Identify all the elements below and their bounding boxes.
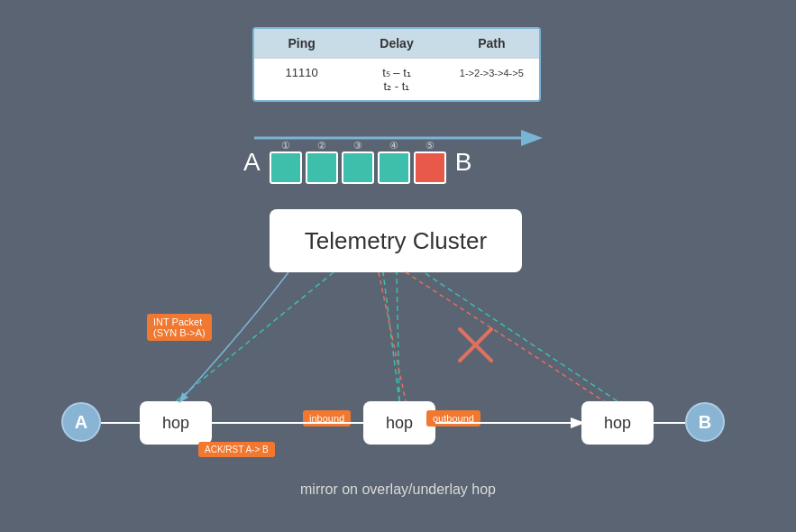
hop3-to-telemetry xyxy=(424,272,618,401)
node-b-label: B xyxy=(455,148,472,177)
hop-node-3: hop xyxy=(581,401,654,445)
telemetry-to-hop3-red xyxy=(406,272,604,401)
sq-wrap-5: ⑤ xyxy=(414,140,446,184)
int-packet-line1: INT Packet xyxy=(153,316,202,327)
sq-num-2: ② xyxy=(317,140,326,151)
hop-node-1: hop xyxy=(140,401,212,445)
node-a-label: A xyxy=(243,148,261,177)
node-squares: ① ② ③ ④ ⑤ xyxy=(270,140,446,184)
hop-node-2: hop xyxy=(363,401,435,445)
int-packet-line2: (SYN B->A) xyxy=(153,327,206,338)
int-packet-label: INT Packet (SYN B->A) xyxy=(147,314,212,341)
telemetry-to-hop2-red xyxy=(379,272,406,401)
sq-3 xyxy=(342,151,374,184)
x-mark-2 xyxy=(460,329,491,361)
circle-node-b: B xyxy=(685,402,725,442)
col-path: Path xyxy=(444,29,539,58)
sq-wrap-3: ③ xyxy=(342,140,374,184)
sq-wrap-4: ④ xyxy=(378,140,410,184)
x-mark-1 xyxy=(460,329,491,361)
node-row: A ① ② ③ ④ ⑤ B xyxy=(243,140,471,184)
cell-path: 1->2->3->4->5 xyxy=(444,59,539,100)
outbound-label: outbound xyxy=(426,410,480,427)
sq-5 xyxy=(414,151,446,184)
mirror-text: mirror on overlay/underlay hop xyxy=(0,482,796,498)
telemetry-cluster-title: Telemetry Cluster xyxy=(305,227,487,255)
hop2-to-telemetry-2 xyxy=(397,272,399,401)
sq-num-1: ① xyxy=(281,140,290,151)
telemetry-cluster-box: Telemetry Cluster xyxy=(270,209,522,272)
sq-4 xyxy=(378,151,410,184)
cell-delay: t₅ – t₁ t₂ - t₁ xyxy=(349,59,444,100)
table-header: Ping Delay Path xyxy=(254,29,539,58)
sq-num-4: ④ xyxy=(389,140,398,151)
table-row: 11110 t₅ – t₁ t₂ - t₁ 1->2->3->4->5 xyxy=(254,58,539,100)
sq-num-5: ⑤ xyxy=(425,140,435,151)
ping-table: Ping Delay Path 11110 t₅ – t₁ t₂ - t₁ 1-… xyxy=(252,27,541,102)
hop2-to-telemetry-1 xyxy=(383,272,399,401)
sq-2 xyxy=(306,151,338,184)
ack-rst-label: ACK/RST A-> B xyxy=(198,442,275,457)
cell-ping: 11110 xyxy=(254,59,349,100)
col-delay: Delay xyxy=(349,29,444,58)
sq-num-3: ③ xyxy=(353,140,362,151)
inbound-label: inbound xyxy=(303,410,351,427)
sq-wrap-2: ② xyxy=(306,140,338,184)
col-ping: Ping xyxy=(254,29,349,58)
sq-1 xyxy=(270,151,302,184)
sq-wrap-1: ① xyxy=(270,140,302,184)
circle-node-a: A xyxy=(61,402,101,442)
